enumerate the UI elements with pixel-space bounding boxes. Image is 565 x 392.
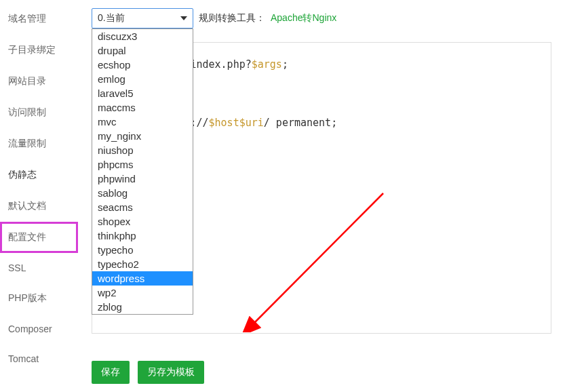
save-as-template-button[interactable]: 另存为模板 — [138, 361, 204, 384]
dropdown-option-wp2[interactable]: wp2 — [92, 286, 193, 300]
dropdown-option-typecho2[interactable]: typecho2 — [92, 257, 193, 271]
dropdown-option-phpcms[interactable]: phpcms — [92, 157, 193, 172]
sidebar-item-composer[interactable]: Composer — [0, 314, 78, 344]
dropdown-option-drupal[interactable]: drupal — [92, 43, 193, 58]
sidebar-item-domain[interactable]: 域名管理 — [0, 3, 78, 35]
template-dropdown: discuzx3drupalecshopemloglaravel5maccmsm… — [92, 28, 193, 315]
template-select[interactable]: 0.当前 — [92, 8, 193, 28]
dropdown-option-sablog[interactable]: sablog — [92, 186, 193, 200]
sidebar-item-access[interactable]: 访问限制 — [0, 97, 78, 128]
sidebar-item-traffic[interactable]: 流量限制 — [0, 128, 78, 159]
dropdown-option-my_nginx[interactable]: my_nginx — [92, 129, 193, 143]
sidebar-item-webdir[interactable]: 网站目录 — [0, 66, 78, 97]
dropdown-option-wordpress[interactable]: wordpress — [92, 271, 193, 286]
sidebar-item-config[interactable]: 配置文件 — [0, 222, 78, 253]
dropdown-option-ecshop[interactable]: ecshop — [92, 58, 193, 72]
dropdown-option-discuzx3[interactable]: discuzx3 — [92, 29, 193, 43]
sidebar-item-php[interactable]: PHP版本 — [0, 283, 78, 314]
tool-label: 规则转换工具： — [199, 12, 265, 24]
sidebar-item-rewrite[interactable]: 伪静态 — [0, 159, 78, 191]
sidebar: 域名管理 子目录绑定 网站目录 访问限制 流量限制 伪静态 默认文档 配置文件 … — [0, 0, 78, 392]
dropdown-option-seacms[interactable]: seacms — [92, 200, 193, 214]
select-current-value: 0.当前 — [98, 12, 125, 24]
main-content: 0.当前 discuzx3drupalecshopemloglaravel5ma… — [78, 0, 565, 392]
dropdown-option-maccms[interactable]: maccms — [92, 100, 193, 115]
sidebar-item-tomcat[interactable]: Tomcat — [0, 344, 78, 374]
sidebar-item-default-doc[interactable]: 默认文档 — [0, 191, 78, 222]
dropdown-option-emlog[interactable]: emlog — [92, 72, 193, 86]
dropdown-option-zblog[interactable]: zblog — [92, 300, 193, 314]
dropdown-option-niushop[interactable]: niushop — [92, 143, 193, 157]
dropdown-option-thinkphp[interactable]: thinkphp — [92, 229, 193, 243]
dropdown-option-mvc[interactable]: mvc — [92, 115, 193, 129]
dropdown-option-laravel5[interactable]: laravel5 — [92, 86, 193, 100]
dropdown-option-phpwind[interactable]: phpwind — [92, 172, 193, 186]
save-button[interactable]: 保存 — [92, 361, 130, 384]
template-select-wrap: 0.当前 discuzx3drupalecshopemloglaravel5ma… — [92, 8, 193, 28]
apache-nginx-link[interactable]: Apache转Nginx — [271, 12, 336, 24]
sidebar-item-subdir[interactable]: 子目录绑定 — [0, 35, 78, 66]
dropdown-option-shopex[interactable]: shopex — [92, 214, 193, 229]
sidebar-item-ssl[interactable]: SSL — [0, 253, 78, 283]
dropdown-option-typecho[interactable]: typecho — [92, 243, 193, 257]
